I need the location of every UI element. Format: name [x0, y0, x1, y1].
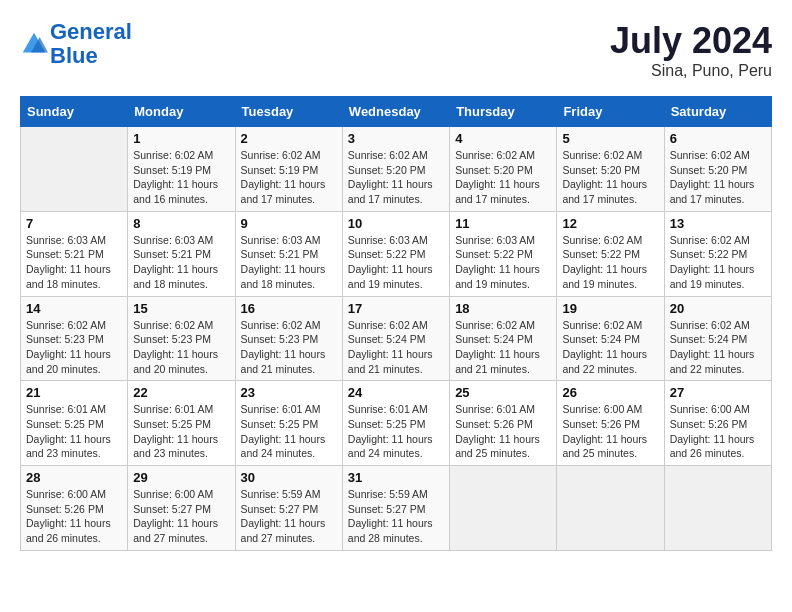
- day-info: Sunrise: 6:01 AMSunset: 5:25 PMDaylight:…: [241, 402, 337, 461]
- calendar-cell: 12Sunrise: 6:02 AMSunset: 5:22 PMDayligh…: [557, 211, 664, 296]
- day-info: Sunrise: 6:01 AMSunset: 5:25 PMDaylight:…: [26, 402, 122, 461]
- day-info: Sunrise: 6:00 AMSunset: 5:26 PMDaylight:…: [26, 487, 122, 546]
- day-number: 18: [455, 301, 551, 316]
- day-info: Sunrise: 6:00 AMSunset: 5:27 PMDaylight:…: [133, 487, 229, 546]
- day-number: 23: [241, 385, 337, 400]
- day-info: Sunrise: 6:03 AMSunset: 5:22 PMDaylight:…: [348, 233, 444, 292]
- calendar-cell: 29Sunrise: 6:00 AMSunset: 5:27 PMDayligh…: [128, 466, 235, 551]
- calendar-cell: 16Sunrise: 6:02 AMSunset: 5:23 PMDayligh…: [235, 296, 342, 381]
- day-number: 10: [348, 216, 444, 231]
- calendar-table: SundayMondayTuesdayWednesdayThursdayFrid…: [20, 96, 772, 551]
- day-number: 21: [26, 385, 122, 400]
- calendar-cell: 24Sunrise: 6:01 AMSunset: 5:25 PMDayligh…: [342, 381, 449, 466]
- day-number: 27: [670, 385, 766, 400]
- calendar-cell: 20Sunrise: 6:02 AMSunset: 5:24 PMDayligh…: [664, 296, 771, 381]
- month-title: July 2024: [610, 20, 772, 62]
- day-number: 24: [348, 385, 444, 400]
- logo-icon: [20, 30, 48, 58]
- weekday-header-sunday: Sunday: [21, 97, 128, 127]
- day-info: Sunrise: 6:02 AMSunset: 5:24 PMDaylight:…: [455, 318, 551, 377]
- day-number: 20: [670, 301, 766, 316]
- day-info: Sunrise: 6:02 AMSunset: 5:23 PMDaylight:…: [26, 318, 122, 377]
- day-number: 1: [133, 131, 229, 146]
- day-number: 16: [241, 301, 337, 316]
- day-info: Sunrise: 6:02 AMSunset: 5:24 PMDaylight:…: [348, 318, 444, 377]
- calendar-cell: 6Sunrise: 6:02 AMSunset: 5:20 PMDaylight…: [664, 127, 771, 212]
- day-number: 6: [670, 131, 766, 146]
- day-info: Sunrise: 6:02 AMSunset: 5:19 PMDaylight:…: [241, 148, 337, 207]
- calendar-cell: 23Sunrise: 6:01 AMSunset: 5:25 PMDayligh…: [235, 381, 342, 466]
- day-info: Sunrise: 6:02 AMSunset: 5:20 PMDaylight:…: [562, 148, 658, 207]
- calendar-cell: [21, 127, 128, 212]
- calendar-cell: 13Sunrise: 6:02 AMSunset: 5:22 PMDayligh…: [664, 211, 771, 296]
- weekday-header-friday: Friday: [557, 97, 664, 127]
- weekday-header-thursday: Thursday: [450, 97, 557, 127]
- calendar-cell: 3Sunrise: 6:02 AMSunset: 5:20 PMDaylight…: [342, 127, 449, 212]
- calendar-cell: 7Sunrise: 6:03 AMSunset: 5:21 PMDaylight…: [21, 211, 128, 296]
- day-info: Sunrise: 6:01 AMSunset: 5:25 PMDaylight:…: [348, 402, 444, 461]
- day-number: 11: [455, 216, 551, 231]
- day-number: 9: [241, 216, 337, 231]
- weekday-header-monday: Monday: [128, 97, 235, 127]
- day-info: Sunrise: 6:02 AMSunset: 5:24 PMDaylight:…: [562, 318, 658, 377]
- day-info: Sunrise: 5:59 AMSunset: 5:27 PMDaylight:…: [241, 487, 337, 546]
- calendar-cell: 30Sunrise: 5:59 AMSunset: 5:27 PMDayligh…: [235, 466, 342, 551]
- day-info: Sunrise: 6:00 AMSunset: 5:26 PMDaylight:…: [562, 402, 658, 461]
- day-info: Sunrise: 6:02 AMSunset: 5:24 PMDaylight:…: [670, 318, 766, 377]
- location-subtitle: Sina, Puno, Peru: [610, 62, 772, 80]
- calendar-cell: 17Sunrise: 6:02 AMSunset: 5:24 PMDayligh…: [342, 296, 449, 381]
- day-number: 3: [348, 131, 444, 146]
- day-info: Sunrise: 6:02 AMSunset: 5:23 PMDaylight:…: [241, 318, 337, 377]
- day-number: 5: [562, 131, 658, 146]
- day-info: Sunrise: 5:59 AMSunset: 5:27 PMDaylight:…: [348, 487, 444, 546]
- calendar-cell: 22Sunrise: 6:01 AMSunset: 5:25 PMDayligh…: [128, 381, 235, 466]
- calendar-cell: 19Sunrise: 6:02 AMSunset: 5:24 PMDayligh…: [557, 296, 664, 381]
- day-number: 28: [26, 470, 122, 485]
- page-header: General Blue July 2024 Sina, Puno, Peru: [20, 20, 772, 80]
- calendar-cell: 31Sunrise: 5:59 AMSunset: 5:27 PMDayligh…: [342, 466, 449, 551]
- calendar-cell: 5Sunrise: 6:02 AMSunset: 5:20 PMDaylight…: [557, 127, 664, 212]
- weekday-header-wednesday: Wednesday: [342, 97, 449, 127]
- weekday-header-tuesday: Tuesday: [235, 97, 342, 127]
- calendar-cell: 21Sunrise: 6:01 AMSunset: 5:25 PMDayligh…: [21, 381, 128, 466]
- calendar-cell: [664, 466, 771, 551]
- day-info: Sunrise: 6:02 AMSunset: 5:19 PMDaylight:…: [133, 148, 229, 207]
- day-info: Sunrise: 6:02 AMSunset: 5:22 PMDaylight:…: [670, 233, 766, 292]
- day-number: 25: [455, 385, 551, 400]
- day-info: Sunrise: 6:02 AMSunset: 5:23 PMDaylight:…: [133, 318, 229, 377]
- calendar-cell: 28Sunrise: 6:00 AMSunset: 5:26 PMDayligh…: [21, 466, 128, 551]
- day-info: Sunrise: 6:03 AMSunset: 5:21 PMDaylight:…: [26, 233, 122, 292]
- day-info: Sunrise: 6:02 AMSunset: 5:20 PMDaylight:…: [348, 148, 444, 207]
- calendar-cell: 1Sunrise: 6:02 AMSunset: 5:19 PMDaylight…: [128, 127, 235, 212]
- calendar-cell: 9Sunrise: 6:03 AMSunset: 5:21 PMDaylight…: [235, 211, 342, 296]
- day-number: 31: [348, 470, 444, 485]
- day-info: Sunrise: 6:03 AMSunset: 5:21 PMDaylight:…: [241, 233, 337, 292]
- day-info: Sunrise: 6:01 AMSunset: 5:25 PMDaylight:…: [133, 402, 229, 461]
- day-info: Sunrise: 6:03 AMSunset: 5:22 PMDaylight:…: [455, 233, 551, 292]
- day-number: 15: [133, 301, 229, 316]
- day-info: Sunrise: 6:02 AMSunset: 5:22 PMDaylight:…: [562, 233, 658, 292]
- calendar-cell: 4Sunrise: 6:02 AMSunset: 5:20 PMDaylight…: [450, 127, 557, 212]
- day-number: 17: [348, 301, 444, 316]
- day-number: 12: [562, 216, 658, 231]
- day-number: 7: [26, 216, 122, 231]
- day-info: Sunrise: 6:02 AMSunset: 5:20 PMDaylight:…: [455, 148, 551, 207]
- logo-text: General Blue: [50, 20, 132, 68]
- day-info: Sunrise: 6:00 AMSunset: 5:26 PMDaylight:…: [670, 402, 766, 461]
- logo: General Blue: [20, 20, 132, 68]
- calendar-cell: 18Sunrise: 6:02 AMSunset: 5:24 PMDayligh…: [450, 296, 557, 381]
- day-number: 22: [133, 385, 229, 400]
- day-number: 26: [562, 385, 658, 400]
- calendar-cell: 2Sunrise: 6:02 AMSunset: 5:19 PMDaylight…: [235, 127, 342, 212]
- calendar-cell: 11Sunrise: 6:03 AMSunset: 5:22 PMDayligh…: [450, 211, 557, 296]
- day-number: 19: [562, 301, 658, 316]
- day-info: Sunrise: 6:01 AMSunset: 5:26 PMDaylight:…: [455, 402, 551, 461]
- calendar-cell: 10Sunrise: 6:03 AMSunset: 5:22 PMDayligh…: [342, 211, 449, 296]
- day-number: 30: [241, 470, 337, 485]
- calendar-cell: [557, 466, 664, 551]
- calendar-cell: 8Sunrise: 6:03 AMSunset: 5:21 PMDaylight…: [128, 211, 235, 296]
- day-number: 29: [133, 470, 229, 485]
- day-info: Sunrise: 6:02 AMSunset: 5:20 PMDaylight:…: [670, 148, 766, 207]
- calendar-cell: 15Sunrise: 6:02 AMSunset: 5:23 PMDayligh…: [128, 296, 235, 381]
- calendar-cell: 25Sunrise: 6:01 AMSunset: 5:26 PMDayligh…: [450, 381, 557, 466]
